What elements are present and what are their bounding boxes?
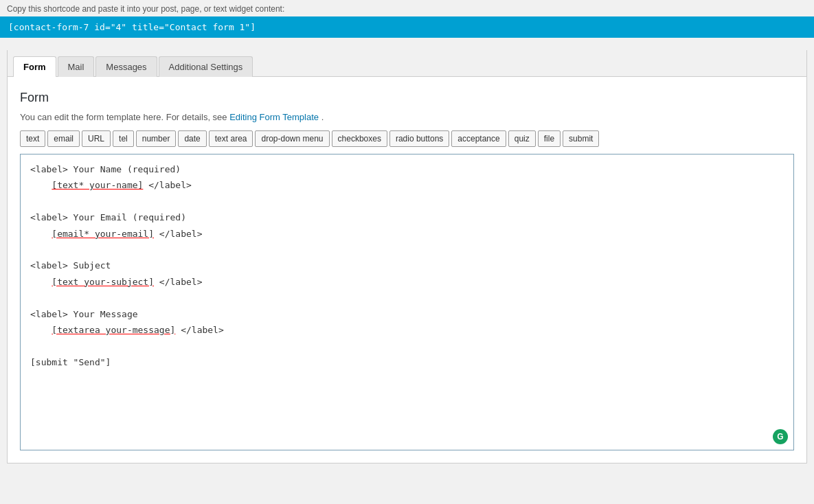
shortcode-tag: [text* your-name] [52, 180, 143, 190]
notice-text: Copy this shortcode and paste it into yo… [7, 4, 284, 14]
tab-content: Form You can edit the form template here… [8, 77, 806, 463]
description-prefix: You can edit the form template here. For… [20, 112, 229, 122]
tab-form[interactable]: Form [13, 56, 56, 77]
tag-btn-URL[interactable]: URL [82, 130, 111, 147]
editor-line-9: <label> Your Message [30, 306, 784, 322]
description-suffix: . [321, 112, 324, 122]
editor-line-5: ​ [30, 242, 784, 257]
editor-line-4: [email* your-email] </label> [30, 226, 784, 242]
form-description: You can edit the form template here. For… [20, 112, 794, 122]
editor-line-6: <label> Subject [30, 257, 784, 273]
tag-btn-submit[interactable]: submit [563, 130, 599, 147]
editor-line-3: <label> Your Email (required) [30, 209, 784, 225]
tabs-header: FormMailMessagesAdditional Settings [8, 50, 806, 77]
shortcode-value: [contact-form-7 id="4" title="Contact fo… [8, 22, 256, 32]
tag-btn-email[interactable]: email [47, 130, 80, 147]
tag-btn-date[interactable]: date [178, 130, 206, 147]
editor-line-2: ​ [30, 194, 784, 209]
tag-btn-file[interactable]: file [538, 130, 561, 147]
tag-btn-text-area[interactable]: text area [209, 130, 253, 147]
tag-btn-text[interactable]: text [20, 130, 45, 147]
editor-line-10: [textarea your-message] </label> [30, 322, 784, 338]
grammarly-letter: G [777, 432, 783, 442]
editor-line-8: ​ [30, 290, 784, 306]
editor-line-0: <label> Your Name (required) [30, 161, 784, 177]
form-section-title: Form [20, 91, 794, 105]
tag-btn-checkboxes[interactable]: checkboxes [332, 130, 387, 147]
tag-btn-radio-buttons[interactable]: radio buttons [389, 130, 449, 147]
tag-buttons: textemailURLtelnumberdatetext areadrop-d… [20, 130, 794, 147]
tab-additional-settings[interactable]: Additional Settings [159, 56, 253, 77]
shortcode-tag: [text your-subject] [52, 277, 154, 287]
editor-line-11: ​ [30, 338, 784, 354]
tab-mail[interactable]: Mail [58, 56, 95, 77]
grammarly-icon[interactable]: G [773, 429, 788, 444]
shortcode-bar: [contact-form-7 id="4" title="Contact fo… [0, 16, 814, 38]
editor-line-1: [text* your-name] </label> [30, 177, 784, 193]
tag-btn-number[interactable]: number [136, 130, 177, 147]
code-editor-wrapper: <label> Your Name (required) [text* your… [20, 154, 794, 450]
tag-btn-acceptance[interactable]: acceptance [451, 130, 506, 147]
shortcode-tag: [textarea your-message] [52, 325, 175, 335]
editor-line-12: [submit "Send"] [30, 354, 784, 370]
tag-btn-tel[interactable]: tel [113, 130, 134, 147]
top-notice: Copy this shortcode and paste it into yo… [0, 0, 814, 16]
editor-line-7: [text your-subject] </label> [30, 274, 784, 290]
editing-form-template-link[interactable]: Editing Form Template [229, 112, 319, 122]
tab-messages[interactable]: Messages [95, 56, 157, 77]
code-editor[interactable]: <label> Your Name (required) [text* your… [21, 154, 793, 450]
tag-btn-quiz[interactable]: quiz [508, 130, 536, 147]
tag-btn-drop-down-menu[interactable]: drop-down menu [255, 130, 329, 147]
shortcode-tag: [email* your-email] [52, 229, 154, 239]
